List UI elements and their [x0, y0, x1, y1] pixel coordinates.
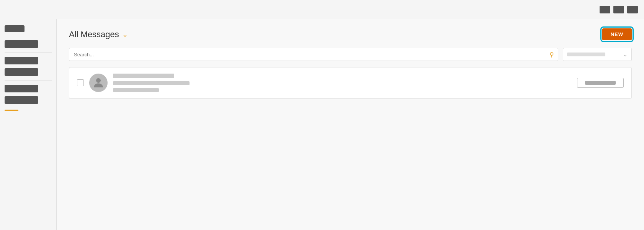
user-avatar-icon [92, 76, 105, 90]
sidebar-item-5[interactable] [5, 96, 38, 104]
message-line-3 [113, 88, 159, 92]
page-title: All Messages [69, 30, 119, 39]
content-area: All Messages ⌄ NEW ⚲ ⌄ [57, 19, 644, 230]
search-row: ⚲ ⌄ [69, 48, 632, 61]
sidebar-item-3[interactable] [5, 68, 38, 76]
sidebar-accent [5, 110, 18, 111]
sidebar-divider-1 [5, 52, 52, 53]
message-line-1 [113, 74, 174, 78]
chevron-down-icon: ⌄ [623, 51, 628, 58]
chevron-down-icon[interactable]: ⌄ [122, 30, 128, 39]
list-icon[interactable] [613, 6, 624, 13]
svg-point-0 [96, 78, 101, 83]
sidebar-item-4[interactable] [5, 85, 38, 92]
message-line-2 [113, 81, 190, 85]
main-layout: All Messages ⌄ NEW ⚲ ⌄ [0, 19, 644, 230]
sidebar-item-1[interactable] [5, 40, 38, 48]
page-title-wrap: All Messages ⌄ [69, 30, 128, 39]
avatar [89, 74, 108, 92]
sidebar-item-2[interactable] [5, 57, 38, 64]
search-input-wrap: ⚲ [69, 48, 558, 61]
filter-placeholder-text [567, 53, 605, 56]
sidebar [0, 19, 57, 230]
message-body [113, 74, 572, 92]
search-icon: ⚲ [549, 51, 554, 58]
table-row [69, 67, 631, 99]
search-input[interactable] [69, 49, 558, 61]
menu-icon[interactable] [627, 6, 638, 13]
new-button[interactable]: NEW [602, 28, 632, 40]
sidebar-top-item[interactable] [5, 25, 25, 32]
header-row: All Messages ⌄ NEW [69, 28, 632, 40]
grid-icon[interactable] [600, 6, 610, 13]
top-bar [0, 0, 644, 19]
message-list [69, 67, 632, 99]
filter-dropdown[interactable]: ⌄ [563, 48, 632, 61]
message-checkbox[interactable] [77, 79, 84, 86]
message-action-button[interactable] [577, 78, 624, 88]
sidebar-divider-2 [5, 80, 52, 80]
action-button-label [585, 81, 616, 85]
